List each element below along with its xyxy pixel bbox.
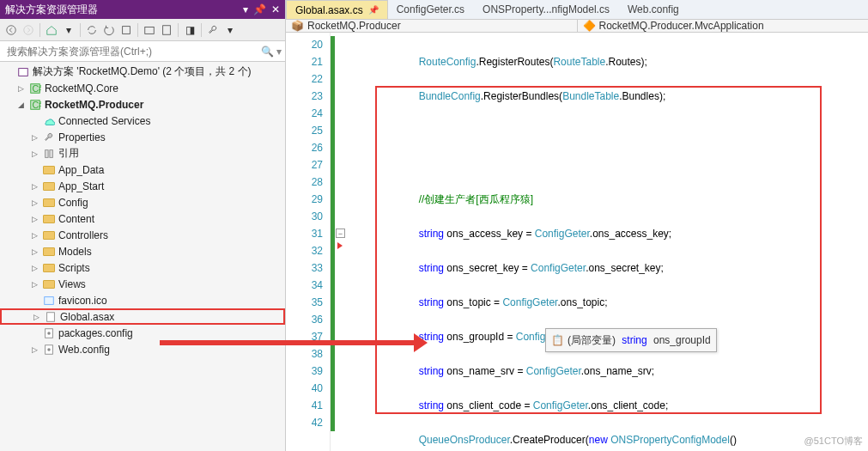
watermark: @51CTO博客 xyxy=(804,435,863,448)
folder-content[interactable]: ▷Content xyxy=(0,210,285,227)
nav-namespace[interactable]: 📦RocketMQ.Producer xyxy=(286,20,578,32)
svg-rect-11 xyxy=(50,149,53,157)
folder-icon xyxy=(42,245,56,259)
show-all-icon[interactable] xyxy=(142,22,157,38)
close-icon[interactable]: ✕ xyxy=(271,3,280,15)
favicon-node[interactable]: favicon.ico xyxy=(0,292,285,308)
folder-models[interactable]: ▷Models xyxy=(0,243,285,259)
expander-icon[interactable]: ▷ xyxy=(29,198,39,208)
config-icon xyxy=(42,343,56,357)
expander-icon[interactable]: ▷ xyxy=(29,263,39,273)
solution-search[interactable]: 🔍 ▾ xyxy=(0,41,285,62)
folder-icon xyxy=(42,180,56,193)
search-icon[interactable]: 🔍 ▾ xyxy=(261,46,282,58)
svg-point-17 xyxy=(47,348,51,351)
tab-configgeter[interactable]: ConfigGeter.cs xyxy=(388,0,474,19)
folder-icon xyxy=(42,212,56,226)
config-icon xyxy=(42,326,56,340)
nav-class[interactable]: 🔶RocketMQ.Producer.MvcApplication xyxy=(578,20,869,32)
forward-icon[interactable] xyxy=(21,22,36,38)
global-asax-node[interactable]: ▷Global.asax xyxy=(0,308,285,325)
editor-nav-bar: 📦RocketMQ.Producer 🔶RocketMQ.Producer.Mv… xyxy=(286,20,868,33)
expander-icon[interactable]: ▷ xyxy=(29,149,39,159)
expander-icon[interactable]: ▷ xyxy=(29,230,39,241)
folder-scripts[interactable]: ▷Scripts xyxy=(0,259,285,276)
packages-config-node[interactable]: packages.config xyxy=(0,325,285,341)
folder-icon xyxy=(42,163,56,177)
svg-rect-2 xyxy=(123,26,131,34)
back-icon[interactable] xyxy=(3,22,19,38)
folder-appdata[interactable]: App_Data xyxy=(0,162,285,178)
folder-config[interactable]: ▷Config xyxy=(0,194,285,210)
svg-point-1 xyxy=(24,25,33,34)
home-icon[interactable] xyxy=(44,22,59,38)
tab-global-asax[interactable]: Global.asax.cs📌 xyxy=(286,0,388,19)
svg-rect-12 xyxy=(45,296,54,304)
folder-views[interactable]: ▷Views xyxy=(0,276,285,292)
svg-text:C#: C# xyxy=(33,99,42,109)
expander-icon[interactable]: ▷ xyxy=(29,344,39,355)
svg-text:C#: C# xyxy=(33,82,42,93)
expander-icon[interactable]: ▷ xyxy=(29,279,39,289)
pin-icon[interactable]: 📌 xyxy=(253,3,266,15)
variable-icon: 📋 xyxy=(551,332,564,349)
svg-point-15 xyxy=(47,332,51,335)
references-icon xyxy=(42,147,56,161)
csproj-icon: C# xyxy=(28,98,42,112)
properties-icon[interactable] xyxy=(159,22,174,38)
sync-icon[interactable] xyxy=(84,22,100,38)
cloud-icon xyxy=(42,114,56,128)
solution-explorer-panel: 解决方案资源管理器 ▾ 📌 ✕ ▾ ◨ ▾ xyxy=(0,0,286,451)
folder-icon xyxy=(42,277,56,291)
folder-controllers[interactable]: ▷Controllers xyxy=(0,227,285,243)
project-producer[interactable]: ◢C#RocketMQ.Producer xyxy=(0,96,285,113)
svg-rect-3 xyxy=(145,27,155,34)
wrench-dropdown-icon[interactable]: ▾ xyxy=(222,22,238,38)
refresh-icon[interactable] xyxy=(101,22,117,38)
solution-tree: 解决方案 'RocketMQ.Demo' (2 个项目，共 2 个) ▷C#Ro… xyxy=(0,62,285,451)
svg-rect-4 xyxy=(163,25,171,34)
solution-explorer-header: 解决方案资源管理器 ▾ 📌 ✕ xyxy=(0,0,285,19)
panel-title: 解决方案资源管理器 xyxy=(5,3,98,17)
tab-webconfig[interactable]: Web.config xyxy=(619,0,689,19)
dropdown-icon[interactable]: ▾ xyxy=(243,3,248,15)
solution-node[interactable]: 解决方案 'RocketMQ.Demo' (2 个项目，共 2 个) xyxy=(0,64,285,80)
code-content[interactable]: RouteConfig.RegisterRoutes(RouteTable.Ro… xyxy=(331,33,737,451)
image-icon xyxy=(42,294,56,308)
folder-appstart[interactable]: ▷App_Start xyxy=(0,178,285,194)
csproj-icon: C# xyxy=(28,82,42,95)
folder-icon xyxy=(42,196,56,210)
wrench-icon[interactable] xyxy=(205,22,221,38)
code-editor[interactable]: 2021222324252627282930313233343536373839… xyxy=(286,33,868,451)
search-input[interactable] xyxy=(3,44,261,59)
editor-tabs: Global.asax.cs📌 ConfigGeter.cs ONSProper… xyxy=(286,0,868,20)
filter-icon[interactable]: ▾ xyxy=(61,22,76,38)
solution-explorer-toolbar: ▾ ◨ ▾ xyxy=(0,19,285,41)
svg-rect-5 xyxy=(19,68,28,76)
svg-rect-10 xyxy=(46,149,49,157)
properties-node[interactable]: ▷Properties xyxy=(0,129,285,145)
editor-panel: Global.asax.cs📌 ConfigGeter.cs ONSProper… xyxy=(286,0,868,451)
expander-icon[interactable]: ▷ xyxy=(29,247,39,257)
tab-onsproperty[interactable]: ONSProperty...nfigModel.cs xyxy=(474,0,619,19)
folder-icon xyxy=(42,261,56,275)
annotation-arrow xyxy=(160,340,416,345)
svg-rect-13 xyxy=(47,312,55,321)
expander-icon[interactable]: ▷ xyxy=(29,132,39,143)
class-icon: 🔶 xyxy=(583,20,596,32)
intellisense-tooltip: 📋 (局部变量) string ons_groupId xyxy=(545,328,717,352)
project-core[interactable]: ▷C#RocketMQ.Core xyxy=(0,80,285,96)
expander-icon[interactable]: ▷ xyxy=(29,181,39,192)
collapse-icon[interactable] xyxy=(118,22,134,38)
pin-icon[interactable]: 📌 xyxy=(368,5,379,15)
expander-icon[interactable]: ▷ xyxy=(15,83,26,94)
expander-icon[interactable]: ▷ xyxy=(29,214,39,224)
connected-services[interactable]: Connected Services xyxy=(0,113,285,129)
folder-icon xyxy=(42,229,56,242)
expander-icon[interactable]: ▷ xyxy=(31,312,41,322)
solution-icon xyxy=(16,65,30,79)
file-icon xyxy=(44,310,58,324)
references-node[interactable]: ▷引用 xyxy=(0,145,285,162)
expander-icon[interactable]: ◢ xyxy=(15,100,26,110)
preview-icon[interactable]: ◨ xyxy=(182,22,197,38)
